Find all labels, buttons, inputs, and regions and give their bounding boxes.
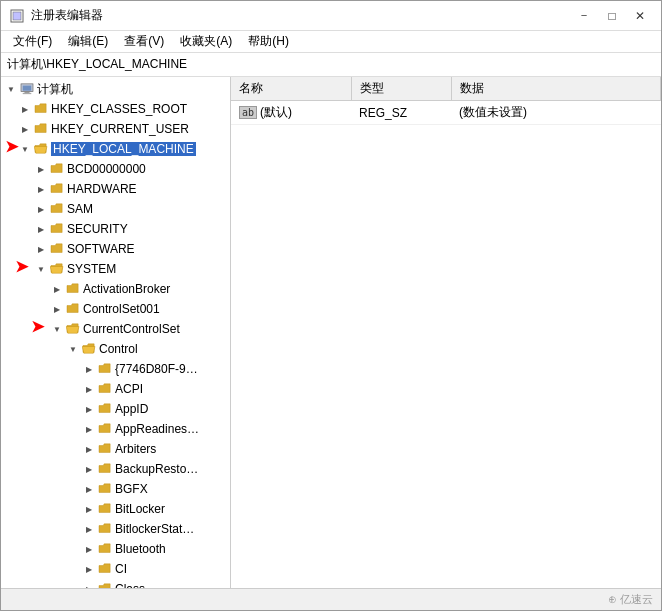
menu-item-f[interactable]: 文件(F) <box>5 31 60 52</box>
tree-label-backuprestore: BackupResto… <box>115 462 198 476</box>
title-bar-left: 注册表编辑器 <box>9 7 103 24</box>
expander-activationbroker[interactable]: ▶ <box>49 281 65 297</box>
tree-item-bgfx[interactable]: ▶ BGFX <box>1 479 230 499</box>
expander-bluetooth[interactable]: ▶ <box>81 541 97 557</box>
tree-item-arbiters[interactable]: ▶ Arbiters <box>1 439 230 459</box>
expander-hkey_local_machine[interactable]: ▼ <box>17 141 33 157</box>
tree-item-hkey_classes_root[interactable]: ▶ HKEY_CLASSES_ROOT <box>1 99 230 119</box>
folder-icon-bitlocker <box>97 502 113 516</box>
expander-ci[interactable]: ▶ <box>81 561 97 577</box>
folder-icon-bcd00000000 <box>49 162 65 176</box>
tree-label-hkey_current_user: HKEY_CURRENT_USER <box>51 122 189 136</box>
expander-bitlockerstatus[interactable]: ▶ <box>81 521 97 537</box>
tree-item-7746d80f[interactable]: ▶ {7746D80F-9… <box>1 359 230 379</box>
tree-label-software: SOFTWARE <box>67 242 135 256</box>
tree-item-system[interactable]: ▼ SYSTEM <box>1 259 230 279</box>
address-bar: 计算机\HKEY_LOCAL_MACHINE <box>1 53 661 77</box>
tree-item-appid[interactable]: ▶ AppID <box>1 399 230 419</box>
tree-item-hkey_current_user[interactable]: ▶ HKEY_CURRENT_USER <box>1 119 230 139</box>
folder-icon-control <box>81 342 97 356</box>
tree-item-bitlocker[interactable]: ▶ BitLocker <box>1 499 230 519</box>
expander-computer[interactable]: ▼ <box>3 81 19 97</box>
expander-control[interactable]: ▼ <box>65 341 81 357</box>
tree-label-hkey_local_machine: HKEY_LOCAL_MACHINE <box>51 142 196 156</box>
folder-icon-currentcontrolset <box>65 322 81 336</box>
tree-label-bluetooth: Bluetooth <box>115 542 166 556</box>
tree-item-hardware[interactable]: ▶ HARDWARE <box>1 179 230 199</box>
expander-software[interactable]: ▶ <box>33 241 49 257</box>
tree-label-arbiters: Arbiters <box>115 442 156 456</box>
svg-rect-3 <box>23 86 32 91</box>
app-icon <box>9 8 25 24</box>
expander-bgfx[interactable]: ▶ <box>81 481 97 497</box>
expander-appid[interactable]: ▶ <box>81 401 97 417</box>
folder-icon-ci <box>97 562 113 576</box>
tree-panel[interactable]: ▼ 计算机▶ HKEY_CLASSES_ROOT▶ HKEY_CURRENT_U… <box>1 77 231 588</box>
folder-icon-appreadiness <box>97 422 113 436</box>
tree-label-7746d80f: {7746D80F-9… <box>115 362 198 376</box>
menu-item-a[interactable]: 收藏夹(A) <box>172 31 240 52</box>
tree-item-hkey_local_machine[interactable]: ▼ HKEY_LOCAL_MACHINE <box>1 139 230 159</box>
expander-system[interactable]: ▼ <box>33 261 49 277</box>
folder-icon-arbiters <box>97 442 113 456</box>
expander-arbiters[interactable]: ▶ <box>81 441 97 457</box>
tree-item-activationbroker[interactable]: ▶ ActivationBroker <box>1 279 230 299</box>
folder-icon-backuprestore <box>97 462 113 476</box>
tree-item-security[interactable]: ▶ SECURITY <box>1 219 230 239</box>
expander-appreadiness[interactable]: ▶ <box>81 421 97 437</box>
tree-item-currentcontrolset[interactable]: ▼ CurrentControlSet <box>1 319 230 339</box>
folder-icon-7746d80f <box>97 362 113 376</box>
svg-rect-1 <box>13 12 21 20</box>
tree-item-appreadiness[interactable]: ▶ AppReadines… <box>1 419 230 439</box>
minimize-button[interactable]: － <box>571 5 597 27</box>
expander-backuprestore[interactable]: ▶ <box>81 461 97 477</box>
svg-rect-4 <box>24 92 29 93</box>
folder-icon-sam <box>49 202 65 216</box>
col-name: 名称 <box>231 77 351 101</box>
tree-label-currentcontrolset: CurrentControlSet <box>83 322 180 336</box>
expander-hkey_current_user[interactable]: ▶ <box>17 121 33 137</box>
expander-bcd00000000[interactable]: ▶ <box>33 161 49 177</box>
value-row[interactable]: ab (默认) REG_SZ(数值未设置) <box>231 101 661 125</box>
expander-class[interactable]: ▶ <box>81 581 97 588</box>
maximize-button[interactable]: □ <box>599 5 625 27</box>
tree-item-backuprestore[interactable]: ▶ BackupResto… <box>1 459 230 479</box>
tree-label-bcd00000000: BCD00000000 <box>67 162 146 176</box>
tree-label-class: Class <box>115 582 145 588</box>
value-panel: 名称 类型 数据 ab (默认) REG_SZ(数值未设置) <box>231 77 661 588</box>
tree-item-sam[interactable]: ▶ SAM <box>1 199 230 219</box>
value-type: REG_SZ <box>351 101 451 125</box>
tree-item-ci[interactable]: ▶ CI <box>1 559 230 579</box>
address-label: 计算机\HKEY_LOCAL_MACHINE <box>7 56 187 73</box>
tree-item-computer[interactable]: ▼ 计算机 <box>1 79 230 99</box>
expander-bitlocker[interactable]: ▶ <box>81 501 97 517</box>
expander-acpi[interactable]: ▶ <box>81 381 97 397</box>
tree-item-bluetooth[interactable]: ▶ Bluetooth <box>1 539 230 559</box>
main-content: ▼ 计算机▶ HKEY_CLASSES_ROOT▶ HKEY_CURRENT_U… <box>1 77 661 588</box>
menu-item-v[interactable]: 查看(V) <box>116 31 172 52</box>
tree-label-security: SECURITY <box>67 222 128 236</box>
tree-label-hardware: HARDWARE <box>67 182 137 196</box>
tree-item-acpi[interactable]: ▶ ACPI <box>1 379 230 399</box>
expander-controlset001[interactable]: ▶ <box>49 301 65 317</box>
menu-item-e[interactable]: 编辑(E) <box>60 31 116 52</box>
tree-item-class[interactable]: ▶ Class <box>1 579 230 588</box>
expander-currentcontrolset[interactable]: ▼ <box>49 321 65 337</box>
window-title: 注册表编辑器 <box>31 7 103 24</box>
expander-sam[interactable]: ▶ <box>33 201 49 217</box>
expander-security[interactable]: ▶ <box>33 221 49 237</box>
expander-hardware[interactable]: ▶ <box>33 181 49 197</box>
expander-7746d80f[interactable]: ▶ <box>81 361 97 377</box>
tree-label-ci: CI <box>115 562 127 576</box>
folder-icon-bitlockerstatus <box>97 522 113 536</box>
close-button[interactable]: ✕ <box>627 5 653 27</box>
tree-item-bitlockerstatus[interactable]: ▶ BitlockerStat… <box>1 519 230 539</box>
tree-item-software[interactable]: ▶ SOFTWARE <box>1 239 230 259</box>
tree-item-bcd00000000[interactable]: ▶ BCD00000000 <box>1 159 230 179</box>
menu-item-h[interactable]: 帮助(H) <box>240 31 297 52</box>
tree-item-controlset001[interactable]: ▶ ControlSet001 <box>1 299 230 319</box>
value-table: 名称 类型 数据 ab (默认) REG_SZ(数值未设置) <box>231 77 661 125</box>
expander-hkey_classes_root[interactable]: ▶ <box>17 101 33 117</box>
tree-label-hkey_classes_root: HKEY_CLASSES_ROOT <box>51 102 187 116</box>
tree-item-control[interactable]: ▼ Control <box>1 339 230 359</box>
